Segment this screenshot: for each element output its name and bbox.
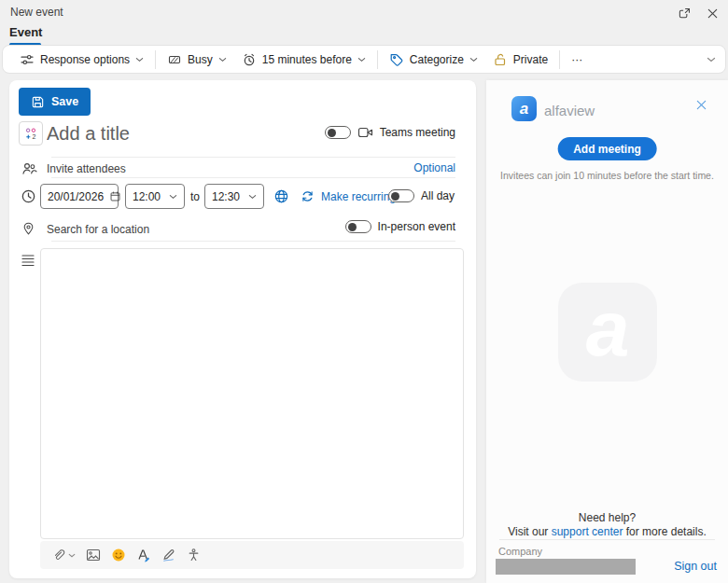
all-day-toggle[interactable]	[388, 189, 414, 202]
start-time-field[interactable]: 12:00	[125, 184, 185, 209]
ribbon-separator	[377, 50, 378, 69]
private-button[interactable]: Private	[485, 48, 555, 71]
alfaview-watermark: a	[558, 283, 657, 382]
more-options-button[interactable]: ···	[564, 48, 590, 71]
alfaview-logo: a	[511, 96, 537, 121]
open-lock-icon	[493, 52, 508, 67]
text-edit-icon	[136, 548, 151, 562]
chevron-down-icon	[68, 553, 76, 558]
chevron-down-icon	[135, 57, 144, 62]
divider	[51, 177, 455, 178]
text-lines-icon	[21, 254, 35, 267]
end-time-field[interactable]: 12:30	[204, 184, 264, 209]
chevron-down-icon	[218, 57, 227, 62]
tab-event[interactable]: Event	[9, 25, 42, 46]
response-options-label: Response options	[40, 53, 130, 66]
clock-icon	[21, 188, 36, 204]
addin-name: alfaview	[544, 103, 595, 118]
chevron-down-icon	[469, 57, 478, 62]
description-editor[interactable]	[40, 248, 464, 539]
globe-timezone-icon[interactable]	[273, 188, 289, 204]
invite-attendees-input[interactable]	[47, 160, 308, 178]
sign-out-link[interactable]: Sign out	[674, 560, 717, 573]
panel-divider	[499, 539, 715, 540]
close-icon[interactable]	[707, 7, 719, 20]
company-name-redacted	[496, 559, 636, 575]
join-note: Invitees can join 10 minutes before the …	[486, 170, 728, 181]
window-controls	[678, 7, 719, 21]
in-person-toggle[interactable]	[345, 220, 371, 233]
insert-emoji-button[interactable]	[111, 548, 126, 562]
divider	[51, 157, 455, 158]
to-label: to	[190, 190, 200, 203]
popout-icon[interactable]	[678, 7, 692, 21]
end-time-value: 12:30	[212, 190, 243, 203]
teams-meeting-label: Teams meeting	[380, 126, 455, 139]
ribbon-separator	[559, 50, 560, 69]
attach-file-button[interactable]	[52, 548, 76, 562]
panel-close-icon[interactable]	[695, 99, 707, 111]
help-prefix: Visit our	[508, 525, 551, 538]
window-title: New event	[10, 6, 63, 19]
busy-stripes-icon	[167, 52, 182, 67]
floppy-disk-icon	[31, 95, 45, 109]
sliders-icon	[20, 52, 35, 67]
event-form-card: Save 2 Teams meeting Optional 20/01/2026…	[9, 80, 476, 578]
show-as-busy-button[interactable]: Busy	[160, 48, 234, 71]
event-charm-picker[interactable]: 2	[19, 121, 43, 146]
event-ribbon: Response options Busy 15 minutes before …	[2, 45, 726, 74]
paperclip-icon	[52, 548, 65, 562]
support-center-link[interactable]: support center	[552, 525, 623, 538]
categorize-button[interactable]: Categorize	[382, 48, 485, 71]
editor-toolbar	[40, 541, 464, 569]
alfaview-watermark-letter: a	[586, 289, 630, 368]
alfaview-logo-letter: a	[520, 100, 528, 118]
insert-image-button[interactable]	[86, 548, 101, 562]
alfaview-addin-panel: a alfaview Add meeting Invitees can join…	[486, 80, 728, 583]
divider	[51, 241, 455, 242]
tag-icon	[389, 52, 404, 67]
need-help-title: Need help?	[486, 511, 728, 524]
teams-meeting-toggle[interactable]	[325, 126, 351, 139]
chevron-down-icon	[169, 194, 177, 200]
help-line: Visit our support center for more detail…	[486, 525, 728, 538]
emoji-icon	[111, 548, 126, 562]
start-date-value: 20/01/2026	[48, 190, 104, 203]
response-options-button[interactable]: Response options	[12, 48, 151, 71]
make-recurring-button[interactable]: Make recurring	[301, 189, 396, 203]
accessibility-check-button[interactable]	[187, 548, 201, 562]
video-camera-icon	[357, 126, 373, 139]
people-icon	[21, 161, 37, 176]
map-pin-icon	[21, 221, 35, 236]
optional-attendees-link[interactable]: Optional	[413, 161, 455, 174]
chevron-down-icon	[357, 57, 366, 62]
all-day-cluster: All day	[388, 189, 455, 202]
text-formatting-button[interactable]	[136, 548, 151, 562]
start-date-field[interactable]: 20/01/2026	[40, 184, 119, 209]
save-button[interactable]: Save	[19, 88, 91, 116]
location-search-input[interactable]	[47, 220, 289, 239]
save-label: Save	[51, 95, 78, 108]
title-input[interactable]	[47, 120, 299, 146]
ribbon-collapse-chevron-icon[interactable]	[707, 57, 716, 62]
categorize-label: Categorize	[410, 53, 464, 66]
busy-label: Busy	[188, 53, 213, 66]
help-suffix: for more details.	[623, 525, 706, 538]
make-recurring-label: Make recurring	[321, 190, 396, 203]
image-icon	[86, 548, 101, 562]
private-label: Private	[513, 53, 548, 66]
ribbon-separator	[155, 50, 156, 69]
alarm-clock-icon	[242, 52, 257, 67]
accessibility-icon	[187, 548, 201, 562]
reminder-button[interactable]: 15 minutes before	[234, 48, 373, 71]
svg-text:2: 2	[32, 133, 35, 140]
circular-arrows-icon	[301, 189, 315, 203]
start-time-value: 12:00	[133, 190, 163, 203]
all-day-label: All day	[421, 189, 455, 202]
draw-button[interactable]	[161, 548, 176, 562]
teams-meeting-cluster: Teams meeting	[325, 126, 455, 139]
in-person-cluster: In-person event	[345, 220, 455, 233]
add-meeting-button[interactable]: Add meeting	[557, 137, 657, 160]
in-person-label: In-person event	[378, 220, 455, 233]
event-charm-icon: 2	[24, 127, 38, 141]
